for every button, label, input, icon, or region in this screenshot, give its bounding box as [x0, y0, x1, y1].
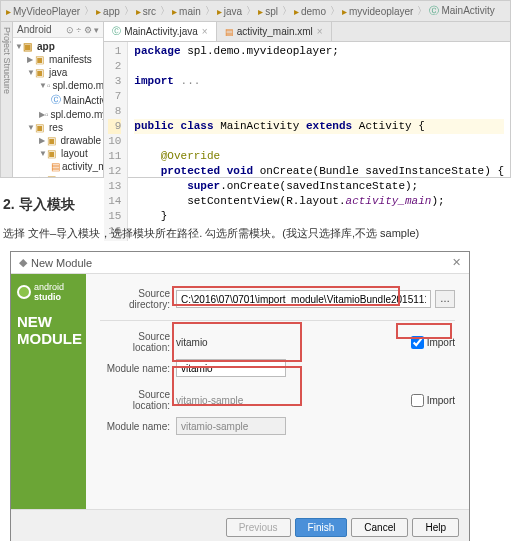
dialog-footer: Previous Finish Cancel Help: [11, 509, 469, 541]
dialog-title-text: New Module: [31, 257, 92, 269]
line-gutter: 12378910111213141516: [104, 42, 128, 241]
dialog-form: Source directory: … Source location: vit…: [86, 274, 469, 509]
tree-item[interactable]: ▼▣layout: [13, 147, 103, 160]
module-name-label-2: Module name:: [100, 421, 170, 432]
breadcrumb: ▸MyVideoPlayer〉▸app〉▸src〉▸main〉▸java〉▸sp…: [1, 1, 510, 22]
android-icon: [17, 285, 31, 299]
editor-tabs: ⒸMainActivity.java ×▤activity_main.xml ×: [104, 22, 510, 42]
browse-button[interactable]: …: [435, 290, 455, 308]
module-name-input-2[interactable]: [176, 417, 286, 435]
new-module-label: NEW MODULE: [17, 314, 80, 347]
module-name-input[interactable]: [176, 359, 286, 377]
source-dir-label: Source directory:: [100, 288, 170, 310]
source-location-label: Source location:: [100, 331, 170, 353]
tree-item[interactable]: ▼▫spl.demo.myvideoplayer: [13, 79, 103, 92]
breadcrumb-item[interactable]: ▸src: [136, 6, 156, 17]
ide-window: ▸MyVideoPlayer〉▸app〉▸src〉▸main〉▸java〉▸sp…: [0, 0, 511, 178]
tree-dropdown[interactable]: Android: [17, 24, 66, 35]
tree-item[interactable]: ▼▣java: [13, 66, 103, 79]
breadcrumb-item[interactable]: ▸spl: [258, 6, 278, 17]
breadcrumb-item[interactable]: ▸main: [172, 6, 201, 17]
tree-item[interactable]: ▶▣menu: [13, 173, 103, 177]
tree-item[interactable]: ▼▣app: [13, 40, 103, 53]
dialog-titlebar: ◆ New Module ✕: [11, 252, 469, 274]
import-checkbox-1[interactable]: [411, 336, 424, 349]
module-name-label: Module name:: [100, 363, 170, 374]
code-area[interactable]: 12378910111213141516 package spl.demo.my…: [104, 42, 510, 241]
tree-header-icons[interactable]: ⊙ ÷ ⚙ ▾: [66, 25, 99, 35]
tree-item[interactable]: ▤activity_main.xml: [13, 160, 103, 173]
cancel-button[interactable]: Cancel: [351, 518, 408, 537]
source-location-label-2: Source location:: [100, 389, 170, 411]
tree-item[interactable]: ▼▣res: [13, 121, 103, 134]
tree-header[interactable]: Android ⊙ ÷ ⚙ ▾: [13, 22, 103, 38]
editor-tab[interactable]: ▤activity_main.xml ×: [217, 22, 332, 41]
left-sidebar: Project Structure: [1, 22, 13, 177]
source-dir-input[interactable]: [176, 290, 431, 308]
breadcrumb-item[interactable]: ⒸMainActivity: [429, 4, 494, 18]
finish-button[interactable]: Finish: [295, 518, 348, 537]
editor-tab[interactable]: ⒸMainActivity.java ×: [104, 22, 217, 41]
breadcrumb-item[interactable]: ▸java: [217, 6, 242, 17]
help-button[interactable]: Help: [412, 518, 459, 537]
import-label-1: Import: [427, 337, 455, 348]
breadcrumb-item[interactable]: ▸app: [96, 6, 120, 17]
source-location-value: vitamio: [176, 337, 208, 348]
breadcrumb-item[interactable]: ▸MyVideoPlayer: [6, 6, 80, 17]
breadcrumb-item[interactable]: ▸demo: [294, 6, 326, 17]
dialog-sidebar: androidstudio NEW MODULE: [11, 274, 86, 509]
studio-logo: androidstudio: [17, 282, 80, 302]
project-tree[interactable]: Android ⊙ ÷ ⚙ ▾ ▼▣app▶▣manifests▼▣java▼▫…: [13, 22, 104, 177]
dialog-icon: ◆: [19, 256, 27, 269]
tree-item[interactable]: ⒸMainActivity: [13, 92, 103, 108]
editor-area: ⒸMainActivity.java ×▤activity_main.xml ×…: [104, 22, 510, 177]
import-label-2: Import: [427, 395, 455, 406]
tree-item[interactable]: ▶▣drawable: [13, 134, 103, 147]
close-icon[interactable]: ✕: [452, 256, 461, 269]
import-checkbox-2[interactable]: [411, 394, 424, 407]
code-content[interactable]: package spl.demo.myvideoplayer; import .…: [128, 42, 510, 241]
source-location-value-2: vitamio-sample: [176, 395, 243, 406]
new-module-dialog: ◆ New Module ✕ androidstudio NEW MODULE …: [10, 251, 470, 541]
tree-item[interactable]: ▶▫spl.demo.myvideoplayer (androidTest): [13, 108, 103, 121]
tree-item[interactable]: ▶▣manifests: [13, 53, 103, 66]
previous-button[interactable]: Previous: [226, 518, 291, 537]
breadcrumb-item[interactable]: ▸myvideoplayer: [342, 6, 413, 17]
